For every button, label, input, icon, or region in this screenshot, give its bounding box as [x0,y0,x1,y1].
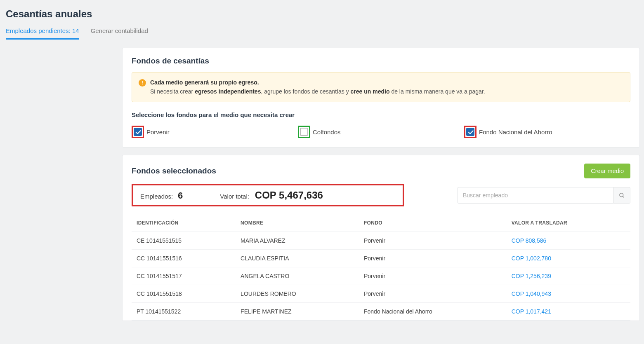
cell-fund: Porvenir [359,285,507,303]
cell-name: MARIA ALVAREZ [236,232,359,250]
cell-name: ANGELA CASTRO [236,267,359,285]
cell-fund: Porvenir [359,250,507,267]
funds-checkbox-row: PorvenirColfondosFondo Nacional del Ahor… [132,126,630,138]
cell-fund: Porvenir [359,267,507,285]
tab-generate-accounting[interactable]: Generar contabilidad [91,27,148,40]
table-row: CE 10141551515MARIA ALVAREZPorvenirCOP 8… [132,232,630,250]
checkbox[interactable] [300,128,308,136]
funds-panel-title: Fondos de cesantías [132,56,630,66]
checkbox-highlight [298,126,310,138]
alert-line2-bold2: cree un medio [351,88,390,95]
cell-value: COP 1,256,239 [507,267,630,285]
value-link[interactable]: COP 1,017,421 [512,308,551,315]
col-name: NOMBRE [236,214,359,232]
fund-label: Fondo Nacional del Ahorro [479,129,552,136]
cell-identification: CC 10141551516 [132,250,236,267]
checkbox[interactable] [134,128,142,136]
value-link[interactable]: COP 1,040,943 [512,290,551,297]
search-button[interactable] [613,187,630,204]
table-row: PT 10141551522FELIPE MARTINEZFondo Nacio… [132,303,630,321]
svg-point-0 [619,193,623,197]
table-header-row: IDENTIFICACIÓN NOMBRE FONDO VALOR A TRAS… [132,214,630,232]
cell-name: CLAUDIA ESPITIA [236,250,359,267]
summary-box: Empleados: 6 Valor total: COP 5,467,636 [132,184,404,206]
page-title: Cesantías anuales [6,8,640,20]
table-row: CC 10141551516CLAUDIA ESPITIAPorvenirCOP… [132,250,630,267]
cell-value: COP 1,002,780 [507,250,630,267]
value-link[interactable]: COP 1,002,780 [512,255,551,262]
alert-line1: Cada medio generará su propio egreso. [150,79,259,86]
cell-identification: PT 10141551522 [132,303,236,321]
table-row: CC 10141551518LOURDES ROMEROPorvenirCOP … [132,285,630,303]
checkbox-highlight [132,126,144,138]
info-alert: ! Cada medio generará su propio egreso. … [132,72,630,102]
cell-name: LOURDES ROMERO [236,285,359,303]
fund-option[interactable]: Colfondos [298,126,464,138]
alert-line2-pre: Si necesita crear [150,88,195,95]
alert-line2-mid: , agrupe los fondos de cesantías y [261,88,350,95]
employees-label: Empleados: [140,193,173,200]
cell-value: COP 1,040,943 [507,285,630,303]
col-value: VALOR A TRASLADAR [507,214,630,232]
checkbox-highlight [464,126,477,138]
search-icon [619,192,625,199]
total-value: COP 5,467,636 [255,190,323,201]
cell-identification: CC 10141551518 [132,285,236,303]
search-wrap [458,184,630,206]
alert-line2-bold1: egresos independientes [195,88,261,95]
value-link[interactable]: COP 1,256,239 [512,273,551,279]
cell-value: COP 808,586 [507,232,630,250]
selected-funds-panel: Fondos seleccionados Crear medio Emplead… [122,155,640,321]
table-row: CC 10141551517ANGELA CASTROPorvenirCOP 1… [132,267,630,285]
search-input[interactable] [458,187,613,204]
employees-count: 6 [178,190,183,201]
select-funds-label: Seleccione los fondos para el medio que … [132,111,630,118]
fund-option[interactable]: Fondo Nacional del Ahorro [464,126,630,138]
fund-option[interactable]: Porvenir [132,126,298,138]
alert-line2-post: de la misma manera que va a pagar. [390,88,485,95]
fund-label: Colfondos [313,129,341,136]
warning-icon: ! [139,79,146,87]
tabs: Empleados pendientes: 14 Generar contabi… [6,27,640,40]
cell-value: COP 1,017,421 [507,303,630,321]
tab-pending-employees[interactable]: Empleados pendientes: 14 [6,27,79,40]
cell-name: FELIPE MARTINEZ [236,303,359,321]
cell-fund: Fondo Nacional del Ahorro [359,303,507,321]
col-fund: FONDO [359,214,507,232]
cell-identification: CE 10141551515 [132,232,236,250]
svg-line-1 [623,196,624,197]
cell-identification: CC 10141551517 [132,267,236,285]
fund-label: Porvenir [146,129,170,136]
col-identification: IDENTIFICACIÓN [132,214,236,232]
value-link[interactable]: COP 808,586 [512,237,547,244]
selected-panel-title: Fondos seleccionados [132,166,216,176]
checkbox[interactable] [466,128,474,136]
alert-body: Cada medio generará su propio egreso. Si… [150,78,485,96]
funds-panel: Fondos de cesantías ! Cada medio generar… [122,48,640,147]
total-label: Valor total: [220,193,249,200]
create-medium-button[interactable]: Crear medio [584,164,630,178]
cell-fund: Porvenir [359,232,507,250]
employees-table: IDENTIFICACIÓN NOMBRE FONDO VALOR A TRAS… [132,214,630,321]
